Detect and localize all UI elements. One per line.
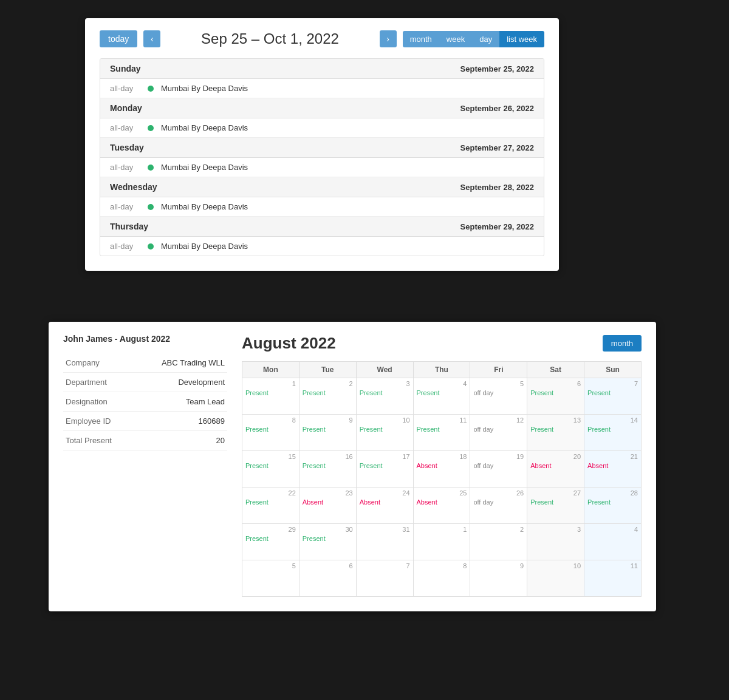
day-status: off day <box>473 462 493 469</box>
day-date: September 28, 2022 <box>460 183 534 192</box>
calendar-cell: 27Present <box>527 488 584 524</box>
day-date: September 26, 2022 <box>460 104 534 113</box>
event-title: Mumbai By Deepa Davis <box>161 84 248 93</box>
calendar-cell: 9Present <box>299 415 356 451</box>
event-dot <box>148 125 154 131</box>
info-label: Company <box>63 353 134 373</box>
day-status: Present <box>587 426 611 433</box>
next-nav-button[interactable]: › <box>380 30 397 47</box>
day-status: Present <box>245 498 269 506</box>
calendar-cell: 7 <box>356 560 413 597</box>
bottom-attendance-card: John James - August 2022 Company ABC Tra… <box>49 322 656 611</box>
day-view-button[interactable]: day <box>472 31 499 47</box>
calendar-cell: 20Absent <box>527 451 584 488</box>
calendar-cell: 31 <box>356 524 413 560</box>
day-name: Monday <box>110 103 142 113</box>
calendar-cell: 25Absent <box>413 488 470 524</box>
panel-title: John James - August 2022 <box>63 334 227 344</box>
day-status: Present <box>530 498 553 506</box>
info-label: Total Present <box>63 431 134 450</box>
day-number: 7 <box>587 380 638 387</box>
calendar-cell: 1 <box>413 524 470 560</box>
event-row: all-day Mumbai By Deepa Davis <box>100 118 544 138</box>
today-button[interactable]: today <box>100 30 137 47</box>
calendar-cell: 28Present <box>584 488 642 524</box>
day-number: 2 <box>473 526 524 533</box>
day-status: Absent <box>530 462 551 469</box>
calendar-cell: 30Present <box>299 524 356 560</box>
date-range-title: Sep 25 – Oct 1, 2022 <box>166 30 373 47</box>
day-status: Present <box>417 389 440 396</box>
day-number: 20 <box>530 453 581 460</box>
calendar-cell: 5off day <box>470 378 527 415</box>
day-header: Sunday September 25, 2022 <box>100 59 544 79</box>
day-number: 7 <box>360 562 410 569</box>
event-title: Mumbai By Deepa Davis <box>161 163 248 172</box>
day-status: Present <box>360 462 383 469</box>
day-number: 13 <box>530 416 581 424</box>
event-title: Mumbai By Deepa Davis <box>161 242 248 251</box>
calendar-cell: 8 <box>413 560 470 597</box>
calendar-cell: 13Present <box>527 415 584 451</box>
day-number: 17 <box>360 453 410 460</box>
day-number: 10 <box>360 416 410 424</box>
calendar-cell: 6Present <box>527 378 584 415</box>
calendar-cell: 26off day <box>470 488 527 524</box>
day-number: 14 <box>587 416 638 424</box>
month-view-button[interactable]: month <box>403 31 439 47</box>
day-number: 24 <box>360 489 410 497</box>
day-status: Absent <box>303 498 323 506</box>
calendar-header: August 2022 month <box>242 334 642 353</box>
event-title: Mumbai By Deepa Davis <box>161 123 248 132</box>
info-value: ABC Trading WLL <box>134 353 227 373</box>
employee-info-table: Company ABC Trading WLL Department Devel… <box>63 353 227 450</box>
day-number: 6 <box>303 562 353 569</box>
calendar-cell: 21Absent <box>584 451 642 488</box>
info-value: Team Lead <box>134 392 227 412</box>
day-header: Wednesday September 28, 2022 <box>100 177 544 197</box>
day-status: Present <box>245 535 269 542</box>
day-number: 23 <box>303 489 353 497</box>
calendar-cell: 1Present <box>242 378 299 415</box>
top-toolbar: today ‹ Sep 25 – Oct 1, 2022 › month wee… <box>100 30 544 47</box>
employee-info-panel: John James - August 2022 Company ABC Tra… <box>63 334 227 597</box>
day-number: 9 <box>303 416 353 424</box>
info-row: Department Development <box>63 373 227 392</box>
calendar-list: Sunday September 25, 2022 all-day Mumbai… <box>100 58 544 256</box>
prev-nav-button[interactable]: ‹ <box>143 30 160 47</box>
day-status: Present <box>360 389 383 396</box>
day-name: Thursday <box>110 222 148 231</box>
day-status: Present <box>417 426 440 433</box>
week-view-button[interactable]: week <box>439 31 472 47</box>
day-status: off day <box>473 389 493 396</box>
day-date: September 29, 2022 <box>460 222 534 231</box>
calendar-cell: 8Present <box>242 415 299 451</box>
day-number: 11 <box>417 416 467 424</box>
day-number: 27 <box>530 489 581 497</box>
day-status: Present <box>360 426 383 433</box>
day-number: 28 <box>587 489 638 497</box>
calendar-cell: 11 <box>584 560 642 597</box>
day-status: Present <box>303 462 326 469</box>
day-name: Wednesday <box>110 182 157 192</box>
event-row: all-day Mumbai By Deepa Davis <box>100 197 544 217</box>
month-button[interactable]: month <box>603 335 642 352</box>
day-status: Present <box>303 426 326 433</box>
day-number: 2 <box>303 380 353 387</box>
top-calendar-card: today ‹ Sep 25 – Oct 1, 2022 › month wee… <box>85 18 559 271</box>
table-row: 8Present9Present10Present11Present12off … <box>242 415 642 451</box>
day-number: 3 <box>530 526 581 533</box>
day-date: September 27, 2022 <box>460 143 534 152</box>
cal-col-header: Mon <box>242 362 299 378</box>
calendar-cell: 18Absent <box>413 451 470 488</box>
day-number: 1 <box>245 380 296 387</box>
calendar-cell: 19off day <box>470 451 527 488</box>
calendar-cell: 14Present <box>584 415 642 451</box>
day-status: Present <box>245 389 269 396</box>
day-number: 6 <box>530 380 581 387</box>
day-number: 31 <box>360 526 410 533</box>
calendar-cell: 6 <box>299 560 356 597</box>
day-number: 8 <box>245 416 296 424</box>
list-week-view-button[interactable]: list week <box>499 31 544 47</box>
day-number: 10 <box>530 562 581 569</box>
